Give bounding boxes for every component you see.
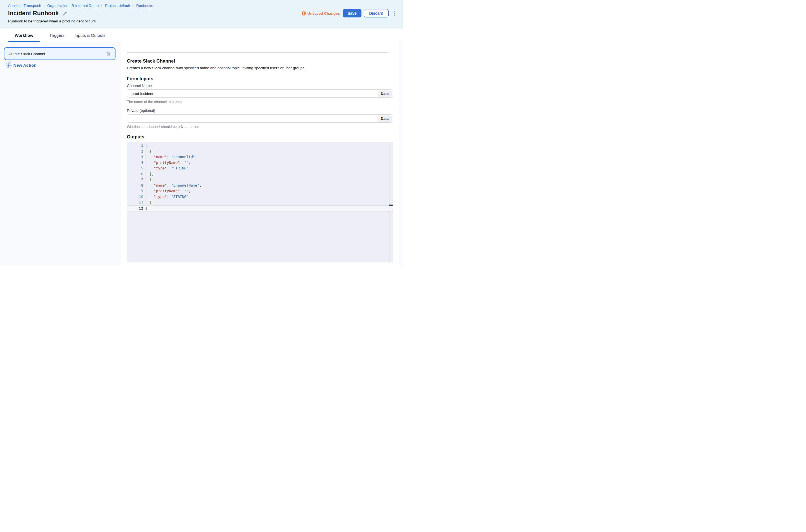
unsaved-changes-badge: Unsaved Changes <box>301 11 340 16</box>
code-line[interactable]: 8 "name": "channelName", <box>127 183 393 189</box>
line-number: 7 <box>127 177 143 183</box>
code-line[interactable]: 11 } <box>127 200 393 205</box>
delete-action-button[interactable] <box>105 51 111 57</box>
breadcrumb: Account: Transposit › Organization: IR I… <box>8 4 153 8</box>
chevron-right-icon: › <box>101 4 103 8</box>
runbook-editor-window: Account: Transposit › Organization: IR I… <box>0 0 403 266</box>
line-number: 10 <box>127 194 143 200</box>
code-line[interactable]: 5 "type": "STRING" <box>127 166 393 171</box>
discard-button[interactable]: Discard <box>364 9 389 17</box>
chevron-right-icon: › <box>43 4 45 8</box>
breadcrumb-organization-link[interactable]: Organization: IR Internal Demo <box>47 4 98 8</box>
breadcrumb-account-link[interactable]: Account: Transposit <box>8 4 41 8</box>
action-card-create-slack-channel[interactable]: Create Slack Channel <box>4 48 115 60</box>
private-helper-text: Whether the channel should be private or… <box>127 125 393 129</box>
channel-name-data-button[interactable]: Data <box>378 91 392 97</box>
code-line[interactable]: 12] <box>127 205 393 212</box>
workflow-steps-panel: Create Slack Channel <box>0 42 121 266</box>
page-title: Incident Runbook <box>8 10 59 17</box>
action-title: Create Slack Channel <box>127 58 393 64</box>
private-field: Data <box>127 114 393 122</box>
outputs-heading: Outputs <box>127 134 393 139</box>
tab-inputs-outputs-label: Inputs & Outputs <box>74 33 106 38</box>
kebab-menu-icon[interactable] <box>392 10 397 17</box>
private-label: Private (optional) <box>127 108 393 113</box>
code-lines: 1[2 {3 "name": "channelId",4 "prettyName… <box>127 143 393 211</box>
line-number: 1 <box>127 143 143 149</box>
breadcrumb-project-link[interactable]: Project: default <box>105 4 130 8</box>
action-detail-panel: Create Slack Channel Creates a new Slack… <box>121 42 403 266</box>
breadcrumb-runbooks-link[interactable]: Runbooks <box>136 4 153 8</box>
tab-workflow-label: Workflow <box>15 33 33 38</box>
tab-workflow[interactable]: Workflow <box>8 28 40 42</box>
channel-name-label: Channel Name <box>127 83 393 88</box>
warning-icon <box>301 11 306 16</box>
action-description: Creates a new Slack channel with specifi… <box>127 65 393 71</box>
code-line[interactable]: 7 { <box>127 177 393 183</box>
tab-triggers-label: Triggers <box>49 33 64 38</box>
line-number: 8 <box>127 183 143 189</box>
new-action-button[interactable]: New Action <box>6 62 37 68</box>
plus-circle-icon <box>6 62 12 68</box>
private-data-button[interactable]: Data <box>378 115 392 122</box>
tab-inputs-outputs[interactable]: Inputs & Outputs <box>74 28 106 42</box>
save-button[interactable]: Save <box>343 9 362 17</box>
section-divider <box>127 52 388 53</box>
unsaved-changes-label: Unsaved Changes <box>308 11 340 16</box>
private-input[interactable] <box>127 115 393 122</box>
trash-icon <box>106 51 111 56</box>
code-line[interactable]: 4 "prettyName": "", <box>127 160 393 166</box>
page-header: Account: Transposit › Organization: IR I… <box>0 0 403 28</box>
code-line[interactable]: 9 "prettyName": "", <box>127 188 393 194</box>
action-card-label: Create Slack Channel <box>8 52 105 56</box>
line-number: 5 <box>127 166 143 171</box>
channel-name-input[interactable] <box>127 90 393 97</box>
runbook-description: Runbook to be triggered when a prod inci… <box>8 19 96 23</box>
chevron-right-icon: › <box>132 4 134 8</box>
tab-bar: Workflow Triggers Inputs & Outputs <box>0 28 403 42</box>
code-line[interactable]: 2 { <box>127 149 393 154</box>
line-number: 11 <box>127 200 143 205</box>
tab-triggers[interactable]: Triggers <box>40 28 74 42</box>
line-number: 2 <box>127 149 143 154</box>
code-line[interactable]: 6 }, <box>127 171 393 177</box>
channel-name-helper-text: The name of the channel to create <box>127 100 393 104</box>
line-number: 9 <box>127 188 143 194</box>
line-number: 4 <box>127 160 143 166</box>
page-scroll-gutter <box>399 42 403 266</box>
code-line[interactable]: 10 "type": "STRING" <box>127 194 393 200</box>
line-number: 6 <box>127 171 143 177</box>
new-action-label: New Action <box>13 63 37 68</box>
code-line[interactable]: 3 "name": "channelId", <box>127 154 393 160</box>
channel-name-field: Data <box>127 90 393 98</box>
form-inputs-heading: Form Inputs <box>127 76 393 81</box>
scrollbar-cursor-marker <box>389 205 393 206</box>
line-number: 12 <box>127 206 143 211</box>
line-number: 3 <box>127 154 143 160</box>
code-line[interactable]: 1[ <box>127 143 393 149</box>
edit-title-pencil-icon[interactable] <box>62 11 68 16</box>
outputs-code-editor[interactable]: 1[2 {3 "name": "channelId",4 "prettyName… <box>127 142 393 262</box>
